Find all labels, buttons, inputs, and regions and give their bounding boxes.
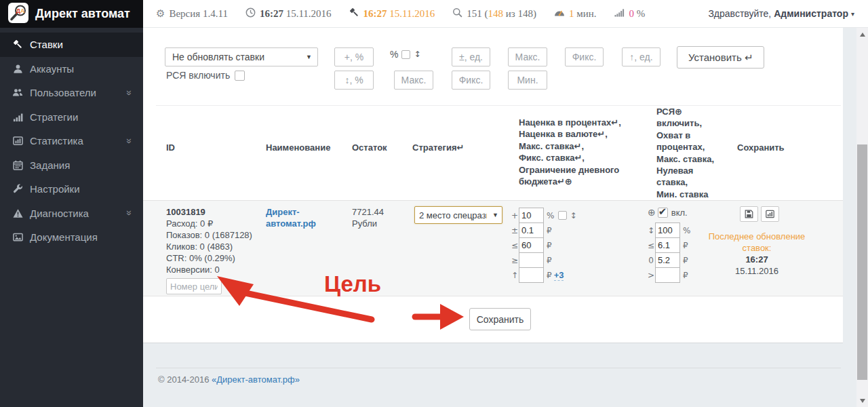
rsya-enable-label: РСЯ включить bbox=[166, 70, 230, 81]
sidebar-item-label: Статистика bbox=[30, 135, 83, 147]
campaign-id-cell: 10031819 Расход: 0 ₽ Показов: 0 (1687128… bbox=[166, 206, 252, 294]
select-arrow-icon: ▼ bbox=[492, 212, 498, 218]
username: Администратор bbox=[774, 8, 848, 19]
markup-percent-input[interactable] bbox=[519, 208, 544, 223]
plus-circle-icon[interactable]: ⊕ bbox=[648, 207, 656, 218]
chevron-down-icon: ▾ bbox=[851, 10, 854, 18]
sidebar-item-akkaunty[interactable]: Аккаунты bbox=[0, 57, 143, 81]
signal-value: 0 bbox=[629, 8, 635, 19]
rsya-max-input[interactable] bbox=[655, 237, 680, 253]
min-input[interactable] bbox=[508, 71, 547, 90]
clock-time: 16:27 bbox=[260, 8, 283, 19]
fix-input-2[interactable] bbox=[565, 47, 604, 66]
sidebar-item-statistika[interactable]: Статистика » bbox=[0, 129, 143, 153]
more-fields-link[interactable]: +3 bbox=[554, 270, 564, 281]
floppy-icon bbox=[745, 210, 753, 218]
balance-cell: 7721.44 Рубли bbox=[352, 206, 384, 229]
scroll-up-arrow[interactable] bbox=[856, 29, 868, 39]
chevron-expand-icon: » bbox=[125, 138, 134, 144]
plusminus-unit-input[interactable] bbox=[452, 47, 490, 66]
section-divider bbox=[156, 105, 841, 106]
col-header-balance: Остаток bbox=[352, 142, 387, 153]
max-input-2[interactable] bbox=[508, 47, 547, 66]
speed-unit: мин. bbox=[576, 8, 596, 19]
campaign-name-cell: Директ- автомат.рф bbox=[266, 206, 316, 229]
rsya-enable-group: РСЯ включить bbox=[166, 70, 245, 81]
version-metric: ⚙ Версия 1.4.11 bbox=[156, 7, 228, 20]
chevron-expand-icon: » bbox=[125, 210, 134, 216]
vertical-scrollbar[interactable] bbox=[856, 28, 868, 407]
markup-currency-input[interactable] bbox=[519, 222, 544, 238]
search-count-metric: 151 (148 из 148) bbox=[452, 7, 536, 20]
search-count-highlight: 148 bbox=[488, 8, 504, 19]
col-header-strategy[interactable]: Стратегия↵ bbox=[412, 142, 464, 153]
save-button[interactable]: Сохранить bbox=[469, 308, 531, 330]
markup-percent-checkbox[interactable] bbox=[558, 211, 567, 220]
footer-site-link[interactable]: «Директ-автомат.рф» bbox=[212, 374, 300, 385]
col-header-markup: Наценка в процентах↵, Наценка в валюте↵,… bbox=[519, 117, 654, 187]
app-logo[interactable]: ДА Директ автомат bbox=[0, 0, 143, 28]
markup-max-input[interactable] bbox=[519, 237, 544, 253]
set-button[interactable]: Установить ↵ bbox=[677, 46, 764, 69]
goal-number-input[interactable] bbox=[166, 278, 222, 294]
rsya-enable-row: ⊕ вкл. bbox=[648, 207, 688, 218]
rsya-row-checkbox[interactable] bbox=[658, 208, 668, 218]
sidebar-item-polzovateli[interactable]: Пользователи » bbox=[0, 81, 143, 105]
gavel-icon bbox=[12, 39, 24, 50]
sidebar-item-label: Документация bbox=[30, 231, 98, 243]
percent-label: % bbox=[390, 49, 398, 60]
wrench-icon bbox=[12, 184, 24, 194]
fix-input-1[interactable] bbox=[452, 71, 490, 90]
stat-spend: Расход: 0 ₽ bbox=[166, 218, 252, 229]
stat-conversions: Конверсии: 0 bbox=[166, 264, 252, 275]
row-actions bbox=[740, 206, 779, 222]
user-menu[interactable]: Здравствуйте, Администратор ▾ bbox=[708, 8, 854, 19]
strategy-select[interactable]: 2 место спецразм ▼ bbox=[414, 206, 502, 224]
rsya-enable-checkbox[interactable] bbox=[235, 71, 245, 81]
plus-percent-input[interactable] bbox=[334, 47, 374, 66]
rsya-row-max: ≤ ₽ bbox=[648, 237, 688, 253]
sidebar-item-diagnostika[interactable]: Диагностика » bbox=[0, 201, 143, 226]
save-row-button[interactable] bbox=[740, 206, 758, 222]
rsya-zero-input[interactable] bbox=[655, 252, 680, 268]
scroll-down-arrow[interactable] bbox=[856, 395, 868, 406]
speed-metric: 1 мин. bbox=[554, 7, 597, 20]
search-count-pre: 151 ( bbox=[467, 8, 488, 19]
campaign-link[interactable]: Директ- автомат.рф bbox=[266, 207, 316, 229]
sidebar-item-label: Пользователи bbox=[30, 87, 96, 98]
bid-time-metric: 16:27 15.11.2016 bbox=[349, 7, 435, 20]
version-label: Версия 1.4.11 bbox=[169, 8, 227, 20]
svg-text:ДА: ДА bbox=[16, 7, 25, 14]
update-mode-value: Не обновлять ставки bbox=[172, 52, 264, 62]
range-percent-input[interactable] bbox=[334, 71, 374, 90]
gauge-icon bbox=[554, 7, 565, 20]
last-update-time: 16:27 bbox=[699, 254, 814, 265]
rsya-enabled-label: вкл. bbox=[671, 208, 688, 218]
last-update-label: Последнее обновление ставок: bbox=[699, 231, 814, 254]
sidebar-item-stavki[interactable]: Ставки bbox=[0, 33, 143, 57]
rsya-coverage-input[interactable] bbox=[655, 222, 680, 238]
clock-date: 15.11.2016 bbox=[286, 8, 332, 19]
markup-fix-input[interactable] bbox=[519, 252, 544, 268]
signal-unit: % bbox=[637, 8, 646, 19]
up-unit-input[interactable] bbox=[622, 47, 660, 66]
search-count-post: из 148) bbox=[503, 8, 536, 19]
select-arrow-icon: ▼ bbox=[306, 54, 312, 60]
rsya-min-input[interactable] bbox=[655, 267, 680, 283]
percent-checkbox[interactable] bbox=[401, 50, 410, 59]
speed-value: 1 bbox=[569, 8, 574, 19]
row-stats-button[interactable] bbox=[761, 206, 779, 222]
update-mode-select[interactable]: Не обновлять ставки ▼ bbox=[165, 47, 318, 66]
sidebar-item-strategii[interactable]: Стратегии bbox=[0, 105, 143, 130]
sidebar-item-zadaniya[interactable]: Задания bbox=[0, 153, 143, 178]
markup-budget-input[interactable] bbox=[519, 267, 544, 283]
campaign-id: 10031819 bbox=[166, 206, 252, 218]
sidebar-item-label: Стратегии bbox=[30, 111, 78, 123]
markup-row-currency: ± ₽ bbox=[511, 222, 552, 238]
markup-row-fix: ≥ ₽ bbox=[511, 252, 552, 268]
sidebar-item-nastroyki[interactable]: Настройки bbox=[0, 177, 143, 201]
sidebar-item-dokumentaciya[interactable]: Документация bbox=[0, 225, 143, 250]
scrollbar-thumb[interactable] bbox=[857, 144, 867, 380]
calendar-icon bbox=[12, 160, 24, 170]
max-input-1[interactable] bbox=[394, 71, 433, 90]
